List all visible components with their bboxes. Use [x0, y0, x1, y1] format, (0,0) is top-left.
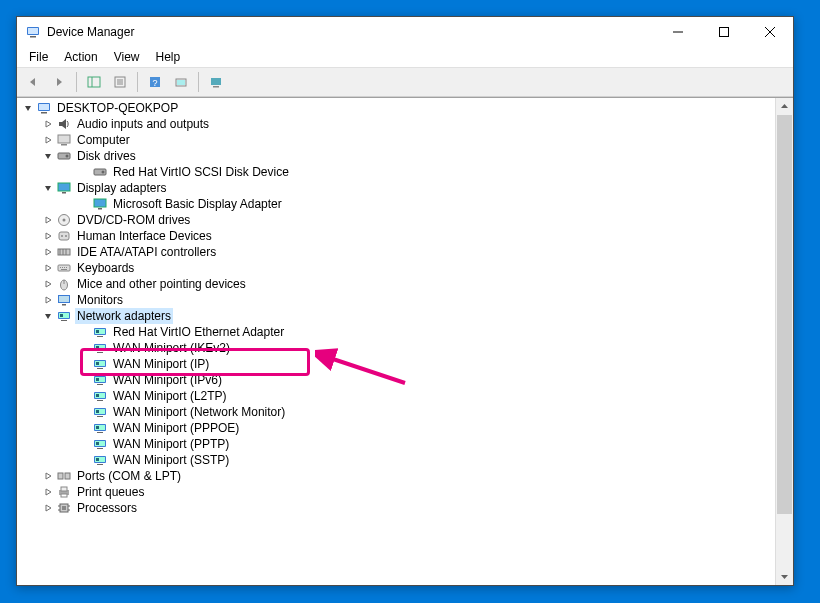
expand-icon[interactable]	[41, 261, 55, 275]
expand-icon[interactable]	[41, 245, 55, 259]
svg-rect-22	[58, 135, 70, 143]
close-button[interactable]	[747, 17, 793, 47]
tree-device[interactable]: WAN Miniport (IP)	[17, 356, 776, 372]
tree-device[interactable]: WAN Miniport (L2TP)	[17, 388, 776, 404]
svg-rect-71	[96, 378, 99, 381]
menu-file[interactable]: File	[21, 48, 56, 66]
device-tree[interactable]: DESKTOP-QEOKPOPAudio inputs and outputsC…	[17, 98, 776, 585]
menu-action[interactable]: Action	[56, 48, 105, 66]
tree-device[interactable]: Red Hat VirtIO Ethernet Adapter	[17, 324, 776, 340]
tree-root[interactable]: DESKTOP-QEOKPOP	[17, 100, 776, 116]
scroll-up-button[interactable]	[776, 98, 793, 115]
tree-item-label: WAN Miniport (IPv6)	[111, 372, 224, 388]
tree-category[interactable]: Display adapters	[17, 180, 776, 196]
expand-icon[interactable]	[41, 501, 55, 515]
help-button[interactable]: ?	[143, 70, 167, 94]
tree-device[interactable]: Red Hat VirtIO SCSI Disk Device	[17, 164, 776, 180]
svg-rect-30	[94, 199, 106, 207]
collapse-icon[interactable]	[41, 181, 55, 195]
tree-category[interactable]: Audio inputs and outputs	[17, 116, 776, 132]
expand-icon[interactable]	[41, 229, 55, 243]
tree-category[interactable]: Print queues	[17, 484, 776, 500]
tree-device[interactable]: WAN Miniport (PPTP)	[17, 436, 776, 452]
device-manager-window: Device Manager File Action View Help ? D…	[16, 16, 794, 586]
tree-item-label: WAN Miniport (PPPOE)	[111, 420, 241, 436]
window-title: Device Manager	[47, 25, 655, 39]
cdrom-icon	[56, 212, 72, 228]
titlebar[interactable]: Device Manager	[17, 17, 793, 47]
minimize-button[interactable]	[655, 17, 701, 47]
menu-help[interactable]: Help	[148, 48, 189, 66]
tree-category[interactable]: Processors	[17, 500, 776, 516]
tree-item-label: DVD/CD-ROM drives	[75, 212, 192, 228]
properties-button[interactable]	[108, 70, 132, 94]
svg-rect-18	[213, 86, 219, 88]
tree-category[interactable]: DVD/CD-ROM drives	[17, 212, 776, 228]
maximize-button[interactable]	[701, 17, 747, 47]
tree-category[interactable]: Disk drives	[17, 148, 776, 164]
expander-spacer	[77, 197, 91, 211]
svg-rect-79	[96, 410, 99, 413]
tree-category[interactable]: Ports (COM & LPT)	[17, 468, 776, 484]
svg-rect-67	[96, 362, 99, 365]
tree-device[interactable]: Microsoft Basic Display Adapter	[17, 196, 776, 212]
svg-rect-4	[720, 28, 729, 37]
tree-category[interactable]: Keyboards	[17, 260, 776, 276]
svg-rect-34	[59, 232, 69, 240]
tree-item-label: Audio inputs and outputs	[75, 116, 211, 132]
collapse-icon[interactable]	[21, 101, 35, 115]
svg-rect-82	[97, 432, 103, 433]
expand-icon[interactable]	[41, 213, 55, 227]
tree-device[interactable]: WAN Miniport (Network Monitor)	[17, 404, 776, 420]
svg-rect-50	[59, 296, 69, 302]
tree-category[interactable]: Human Interface Devices	[17, 228, 776, 244]
hid-icon	[56, 228, 72, 244]
tree-category[interactable]: IDE ATA/ATAPI controllers	[17, 244, 776, 260]
toolbar: ?	[17, 67, 793, 97]
expand-icon[interactable]	[41, 469, 55, 483]
scroll-down-button[interactable]	[776, 568, 793, 585]
expand-icon[interactable]	[41, 293, 55, 307]
tree-device[interactable]: WAN Miniport (IPv6)	[17, 372, 776, 388]
scan-hardware-button[interactable]	[169, 70, 193, 94]
forward-button[interactable]	[47, 70, 71, 94]
keyboard-icon	[56, 260, 72, 276]
tree-category[interactable]: Computer	[17, 132, 776, 148]
svg-rect-44	[64, 267, 65, 268]
devices-button[interactable]	[204, 70, 228, 94]
tree-category[interactable]: Network adapters	[17, 308, 776, 324]
tree-item-label: WAN Miniport (IP)	[111, 356, 211, 372]
collapse-icon[interactable]	[41, 149, 55, 163]
tree-device[interactable]: WAN Miniport (SSTP)	[17, 452, 776, 468]
disk-icon	[56, 148, 72, 164]
expand-icon[interactable]	[41, 117, 55, 131]
expand-icon[interactable]	[41, 277, 55, 291]
ports-icon	[56, 468, 72, 484]
svg-rect-66	[97, 368, 103, 369]
svg-rect-92	[58, 473, 63, 479]
show-hide-tree-button[interactable]	[82, 70, 106, 94]
svg-point-36	[65, 235, 67, 237]
display-icon	[56, 180, 72, 196]
network-icon	[92, 356, 108, 372]
collapse-icon[interactable]	[41, 309, 55, 323]
tree-item-label: Human Interface Devices	[75, 228, 214, 244]
tree-item-label: WAN Miniport (L2TP)	[111, 388, 229, 404]
back-button[interactable]	[21, 70, 45, 94]
vertical-scrollbar[interactable]	[775, 98, 793, 585]
expander-spacer	[77, 389, 91, 403]
tree-device[interactable]: WAN Miniport (IKEv2)	[17, 340, 776, 356]
mouse-icon	[56, 276, 72, 292]
expand-icon[interactable]	[41, 485, 55, 499]
scroll-track[interactable]	[776, 115, 793, 568]
tree-category[interactable]: Monitors	[17, 292, 776, 308]
expand-icon[interactable]	[41, 133, 55, 147]
tree-device[interactable]: WAN Miniport (PPPOE)	[17, 420, 776, 436]
svg-rect-86	[97, 448, 103, 449]
menu-view[interactable]: View	[106, 48, 148, 66]
svg-rect-46	[61, 269, 67, 270]
svg-rect-58	[97, 336, 103, 337]
tree-category[interactable]: Mice and other pointing devices	[17, 276, 776, 292]
expander-spacer	[77, 325, 91, 339]
scroll-thumb[interactable]	[777, 115, 792, 514]
